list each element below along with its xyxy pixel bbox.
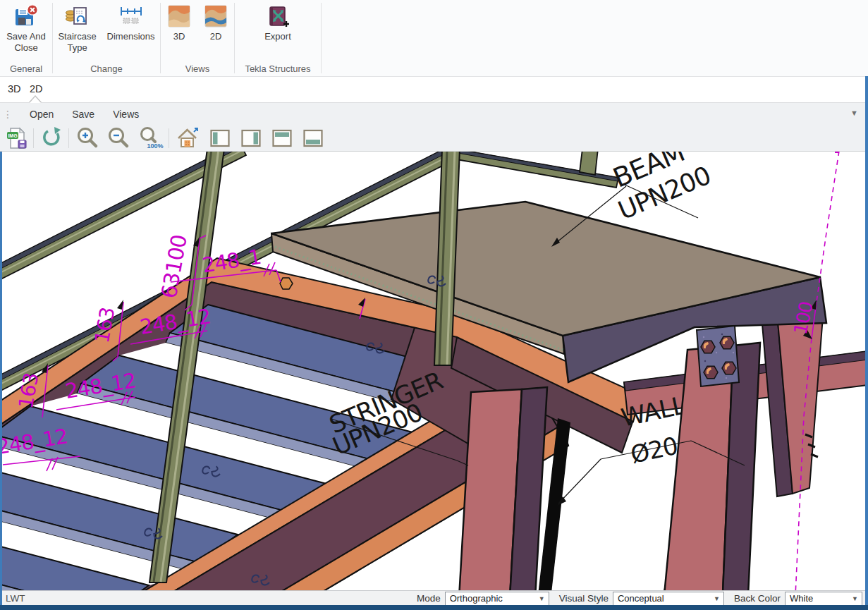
visual-style-label: Visual Style: [559, 593, 609, 604]
active-tab-pointer-fill: [30, 97, 41, 103]
save-close-icon: [13, 4, 39, 29]
zoom-out-icon: [106, 126, 130, 150]
dimensions-icon: [118, 4, 144, 29]
status-text: LWT: [6, 593, 25, 604]
bolted-connection-plate: [697, 326, 739, 386]
refresh-view-button[interactable]: [39, 126, 65, 150]
svg-text:100%: 100%: [147, 142, 163, 150]
dimensions-button[interactable]: Dimensions: [102, 2, 160, 42]
tab-2d[interactable]: 2D: [30, 83, 43, 94]
button-label: 2D: [210, 31, 222, 42]
menu-open[interactable]: Open: [30, 109, 54, 120]
group-label: Tekla Structures: [235, 63, 321, 74]
view-toolbar: IMG: [0, 125, 868, 152]
svg-text:IMG: IMG: [8, 133, 18, 138]
group-label: Views: [161, 63, 234, 74]
view-bottom-button[interactable]: [300, 126, 326, 150]
save-image-icon: IMG: [5, 126, 29, 150]
visual-style-value: Conceptual: [618, 593, 664, 604]
refresh-icon: [40, 126, 64, 150]
view-top-icon: [270, 126, 294, 150]
mode-value: Orthographic: [450, 593, 503, 604]
view-top-button[interactable]: [269, 126, 295, 150]
view-3d-button[interactable]: 3D: [161, 2, 197, 42]
anchor-bolt: [280, 278, 293, 289]
export-icon: [265, 4, 291, 29]
back-color-select[interactable]: White ▼: [785, 592, 862, 606]
window-border-right: [865, 76, 868, 605]
view-right-button[interactable]: [238, 126, 264, 150]
button-label: Export: [264, 31, 291, 42]
group-label: Change: [53, 63, 160, 74]
ribbon: Save And Close General: [0, 0, 868, 77]
ribbon-group-change: Staircase Type Dimensions Change: [53, 0, 160, 76]
staircase-type-icon: [65, 4, 90, 29]
ribbon-group-views: 3D 2D Views: [161, 0, 234, 76]
mode-label: Mode: [417, 593, 441, 604]
view-bottom-icon: [301, 126, 325, 150]
home-view-button[interactable]: [175, 126, 200, 150]
button-label: Staircase Type: [54, 31, 102, 53]
button-label: Save And Close: [2, 31, 50, 53]
back-color-label: Back Color: [734, 593, 781, 604]
window-border-left: [0, 152, 2, 605]
view-2d-icon: [203, 4, 228, 29]
zoom-in-icon: [75, 126, 99, 150]
model-scene: WALL B: [0, 152, 868, 590]
ribbon-group-tekla: Export Tekla Structures: [235, 0, 321, 76]
view-left-button[interactable]: [207, 126, 233, 150]
view-tabs: 3D 2D: [0, 77, 868, 102]
zoom-out-button[interactable]: [106, 126, 131, 150]
window-border-bottom: [0, 605, 868, 610]
back-color-value: White: [790, 593, 813, 604]
export-button[interactable]: Export: [253, 2, 302, 42]
chevron-down-icon: ▼: [539, 595, 545, 602]
group-label: General: [0, 63, 52, 74]
menu-bar: ⋮ Open Save Views ▼: [0, 102, 868, 126]
tab-3d[interactable]: 3D: [8, 83, 21, 94]
save-and-close-button[interactable]: Save And Close: [1, 2, 51, 53]
home-icon: [176, 126, 200, 150]
staircase-type-button[interactable]: Staircase Type: [53, 2, 102, 53]
view-2d-button[interactable]: 2D: [197, 2, 234, 42]
status-bar: LWT Mode Orthographic ▼ Visual Style Con…: [0, 590, 868, 606]
visual-style-select[interactable]: Conceptual ▼: [613, 592, 724, 606]
viewport-3d[interactable]: WALL B: [0, 152, 868, 590]
save-image-button[interactable]: IMG: [4, 126, 30, 150]
chevron-down-icon: ▼: [852, 595, 858, 602]
ribbon-separator: [321, 3, 322, 73]
grip-dots-icon[interactable]: ⋮: [3, 109, 11, 120]
staircase-editor-window: Save And Close General: [0, 0, 868, 610]
view-side-right-icon: [239, 126, 263, 150]
view-side-left-icon: [208, 126, 232, 150]
toolbar-separator: [169, 128, 169, 148]
zoom-100-icon: 100%: [137, 126, 165, 150]
chevron-down-icon: ▼: [714, 595, 720, 602]
ribbon-group-general: Save And Close General: [0, 0, 52, 76]
menu-save[interactable]: Save: [72, 109, 94, 120]
zoom-100-button[interactable]: 100%: [137, 126, 165, 150]
zoom-in-button[interactable]: [75, 126, 100, 150]
toolbar-separator: [68, 128, 69, 148]
toolbar-separator: [33, 128, 34, 148]
button-label: 3D: [173, 31, 185, 42]
chevron-down-icon[interactable]: ▼: [850, 109, 858, 117]
menu-views[interactable]: Views: [113, 109, 139, 120]
mode-select[interactable]: Orthographic ▼: [445, 592, 549, 606]
view-3d-icon: [166, 4, 192, 29]
button-label: Dimensions: [107, 31, 155, 42]
